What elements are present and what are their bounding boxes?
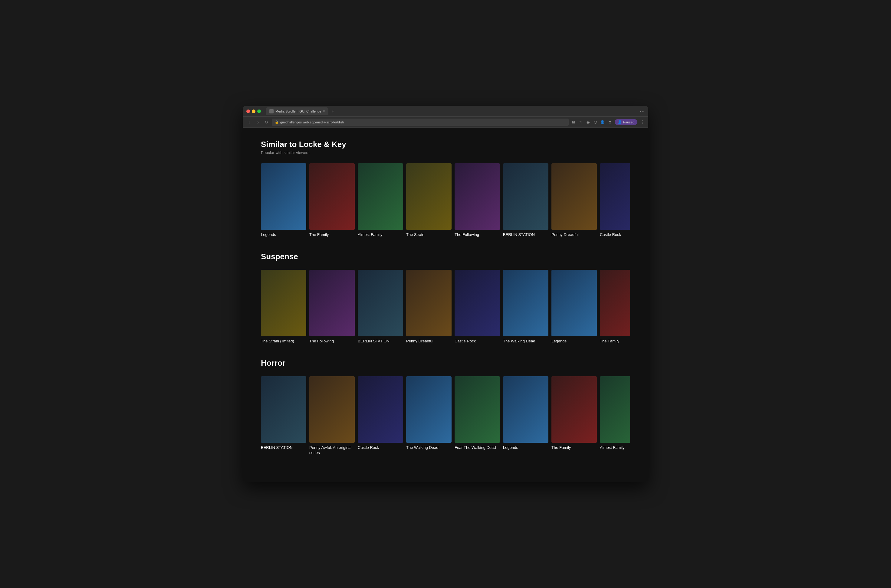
media-item[interactable]: The Following	[455, 164, 500, 237]
forward-button[interactable]: ›	[255, 120, 261, 124]
media-title: The Strain (limited)	[261, 339, 306, 344]
media-item[interactable]: The Walking Dead	[503, 270, 548, 344]
browser-window: Media Scroller | GUI Challenge × + ⋯ ‹ ›…	[243, 106, 648, 482]
media-row-suspense: The Strain (limited)The FollowingBERLIN …	[261, 270, 630, 344]
section-title-similar: Similar to Locke & Key	[261, 140, 630, 149]
toolbar-actions: ⊞ ☆ ◉ ⬡ 👤 ⊐ 👤 Paused ⋮	[571, 119, 645, 125]
media-thumbnail	[309, 376, 355, 443]
close-button[interactable]	[246, 110, 250, 113]
media-item[interactable]: Castle Rock	[600, 164, 630, 237]
browser-menu-icon[interactable]: ⋯	[640, 109, 645, 114]
media-item[interactable]: Penny Dreadful	[406, 270, 452, 344]
media-title: The Family	[600, 339, 630, 344]
media-item[interactable]: The Family	[309, 164, 355, 237]
media-thumbnail	[600, 164, 630, 230]
media-item[interactable]: The Family	[600, 270, 630, 344]
media-item[interactable]: Legends	[551, 270, 597, 344]
maximize-button[interactable]	[257, 110, 261, 113]
media-thumbnail	[455, 270, 500, 336]
media-item[interactable]: Castle Rock	[358, 376, 403, 456]
new-tab-button[interactable]: +	[330, 109, 335, 114]
media-thumbnail	[309, 164, 355, 230]
bookmark-icon[interactable]: ☆	[578, 120, 583, 124]
media-title: The Walking Dead	[503, 339, 548, 344]
page-content: Similar to Locke & KeyPopular with simil…	[243, 128, 648, 482]
media-item[interactable]: The Following	[309, 270, 355, 344]
media-title: The Following	[455, 232, 500, 237]
media-title: Castle Rock	[455, 339, 500, 344]
media-title: Legends	[261, 232, 306, 237]
translate-icon[interactable]: ⊞	[571, 120, 576, 124]
media-title: The Walking Dead	[406, 445, 452, 450]
url-text: gui-challenges.web.app/media-scroller/di…	[280, 120, 344, 124]
tab-close-icon[interactable]: ×	[323, 110, 325, 113]
media-item[interactable]: Almost Family	[600, 376, 630, 456]
media-thumbnail	[503, 270, 548, 336]
browser-toolbar: ‹ › ↻ 🔒 gui-challenges.web.app/media-scr…	[243, 117, 648, 128]
media-thumbnail	[455, 164, 500, 230]
media-item[interactable]: BERLIN STATION	[261, 376, 306, 456]
media-title: Legends	[503, 445, 548, 450]
browser-options-button[interactable]: ⋮	[640, 119, 645, 125]
tab-bar: Media Scroller | GUI Challenge × +	[266, 107, 637, 115]
media-title: BERLIN STATION	[261, 445, 306, 450]
media-thumbnail	[600, 270, 630, 336]
tab-favicon	[269, 109, 273, 113]
media-item[interactable]: Legends	[503, 376, 548, 456]
active-tab[interactable]: Media Scroller | GUI Challenge ×	[266, 107, 328, 115]
media-title: BERLIN STATION	[503, 232, 548, 237]
media-item[interactable]: Castle Rock	[455, 270, 500, 344]
media-title: Penny Dreadful	[551, 232, 597, 237]
media-thumbnail	[551, 376, 597, 443]
media-thumbnail	[358, 270, 403, 336]
media-thumbnail	[309, 270, 355, 336]
media-title: BERLIN STATION	[358, 339, 403, 344]
media-row-similar: LegendsThe FamilyAlmost FamilyThe Strain…	[261, 164, 630, 237]
media-item[interactable]: Penny Awful: An original series	[309, 376, 355, 456]
profile-icon[interactable]: 👤	[600, 120, 605, 124]
address-bar[interactable]: 🔒 gui-challenges.web.app/media-scroller/…	[272, 118, 569, 126]
back-button[interactable]: ‹	[246, 120, 252, 124]
media-title: Penny Awful: An original series	[309, 445, 355, 456]
media-row-horror: BERLIN STATIONPenny Awful: An original s…	[261, 376, 630, 456]
media-thumbnail	[600, 376, 630, 443]
media-thumbnail	[261, 270, 306, 336]
media-item[interactable]: The Walking Dead	[406, 376, 452, 456]
media-thumbnail	[503, 376, 548, 443]
extension-2-icon[interactable]: ⬡	[593, 120, 598, 124]
media-item[interactable]: Penny Dreadful	[551, 164, 597, 237]
section-category-horror: Horror	[261, 358, 630, 368]
section-suspense: SuspenseThe Strain (limited)The Followin…	[261, 252, 630, 344]
media-thumbnail	[406, 270, 452, 336]
media-item[interactable]: Fear The Walking Dead	[455, 376, 500, 456]
media-thumbnail	[455, 376, 500, 443]
media-title: The Family	[551, 445, 597, 450]
media-thumbnail	[358, 164, 403, 230]
reload-button[interactable]: ↻	[263, 120, 269, 124]
media-title: Legends	[551, 339, 597, 344]
media-item[interactable]: The Strain (limited)	[261, 270, 306, 344]
media-item[interactable]: BERLIN STATION	[503, 164, 548, 237]
cast-icon[interactable]: ⊐	[607, 120, 612, 124]
media-title: Fear The Walking Dead	[455, 445, 500, 450]
media-title: Penny Dreadful	[406, 339, 452, 344]
media-item[interactable]: BERLIN STATION	[358, 270, 403, 344]
media-title: Castle Rock	[600, 232, 630, 237]
minimize-button[interactable]	[252, 110, 255, 113]
media-title: The Strain	[406, 232, 452, 237]
media-title: The Following	[309, 339, 355, 344]
media-item[interactable]: Legends	[261, 164, 306, 237]
section-similar: Similar to Locke & KeyPopular with simil…	[261, 140, 630, 237]
section-category-suspense: Suspense	[261, 252, 630, 261]
extension-1-icon[interactable]: ◉	[586, 120, 590, 124]
media-thumbnail	[551, 270, 597, 336]
media-thumbnail	[261, 164, 306, 230]
media-thumbnail	[261, 376, 306, 443]
media-thumbnail	[406, 164, 452, 230]
tab-title: Media Scroller | GUI Challenge	[275, 110, 321, 113]
media-thumbnail	[551, 164, 597, 230]
media-item[interactable]: Almost Family	[358, 164, 403, 237]
media-item[interactable]: The Family	[551, 376, 597, 456]
profile-button[interactable]: 👤 Paused	[615, 119, 637, 125]
media-item[interactable]: The Strain	[406, 164, 452, 237]
